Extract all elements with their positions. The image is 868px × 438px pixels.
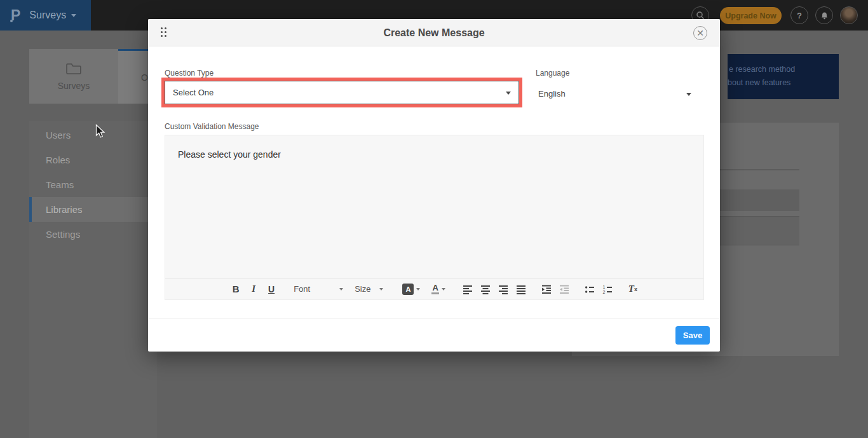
chevron-down-icon [506,92,511,95]
text-color-icon: A [431,284,438,294]
tutorial-highlight-box: Select One [161,78,522,107]
svg-text:2: 2 [602,290,605,294]
product-name: Surveys [29,10,66,21]
align-center-button[interactable] [477,281,494,298]
chevron-down-icon [686,93,691,96]
whats-new-panel: e research method bout new features [728,54,839,99]
align-right-icon [498,284,508,294]
font-family-dropdown[interactable]: Font [288,281,348,298]
indent-decrease-icon [559,284,569,294]
tab-surveys[interactable]: Surveys [29,49,118,104]
chevron-down-icon [379,288,383,291]
indent-increase-icon [541,284,552,294]
question-type-label: Question Type [165,69,214,78]
settings-sidebar: Users Roles Teams Libraries Settings [29,121,157,438]
bold-button[interactable]: B [227,281,244,298]
search-icon [696,11,705,20]
editor-toolbar: B I U Font Size A A 12 [165,278,703,299]
custom-validation-message-label: Custom Validation Message [165,122,259,131]
message-text-area[interactable]: Please select your gender [165,135,703,278]
close-button[interactable]: ✕ [693,26,707,40]
underline-button[interactable]: U [263,281,280,298]
close-icon: ✕ [696,28,704,38]
italic-button[interactable]: I [245,281,262,298]
svg-text:1: 1 [602,285,605,289]
text-color-button[interactable]: A [426,281,450,298]
language-label: Language [536,69,569,78]
message-text: Please select your gender [178,149,281,160]
notifications-button[interactable] [815,6,833,24]
indent-decrease-button[interactable] [556,281,573,298]
language-select[interactable]: English [537,82,699,106]
folder-icon [65,62,82,75]
sidebar-item-settings[interactable]: Settings [29,222,157,247]
sidebar-item-libraries[interactable]: Libraries [29,197,157,222]
justify-button[interactable] [513,281,529,298]
dialog-title: Create New Message [148,19,720,46]
chevron-down-icon [416,288,420,291]
tab-label: Surveys [58,81,90,91]
question-type-value: Select One [173,88,214,97]
promo-text: bout new features [728,78,790,87]
numbered-list-button[interactable]: 12 [599,281,616,298]
numbered-list-icon: 12 [602,284,613,294]
brand-logo-icon: P [11,8,20,23]
font-size-dropdown[interactable]: Size [349,281,388,298]
chevron-down-icon [442,288,445,291]
promo-text: e research method [729,65,795,74]
sidebar-item-users[interactable]: Users [29,123,157,147]
user-avatar[interactable] [840,6,858,24]
question-type-select[interactable]: Select One [165,81,519,104]
create-new-message-dialog: Create New Message ✕ Question Type Selec… [148,19,720,352]
background-color-button[interactable]: A [397,281,425,298]
justify-icon [516,284,526,294]
align-center-icon [480,284,491,294]
align-left-button[interactable] [459,281,476,298]
upgrade-now-button[interactable]: Upgrade Now [720,7,782,24]
screen: P Surveys Upgrade Now ? Surveys Or e res… [0,0,868,438]
dialog-footer: Save [148,318,720,352]
question-mark-icon: ? [797,11,802,20]
mouse-cursor [95,124,105,139]
bell-icon [820,11,829,20]
sidebar-item-teams[interactable]: Teams [29,172,157,197]
background-color-icon: A [402,284,414,295]
language-value: English [538,89,566,99]
bullet-list-button[interactable] [581,281,598,298]
rich-text-editor: Please select your gender B I U Font Siz… [165,135,704,300]
align-left-icon [463,284,473,294]
help-button[interactable]: ? [790,6,808,24]
save-button[interactable]: Save [675,326,710,345]
indent-increase-button[interactable] [538,281,555,298]
product-switcher[interactable]: P Surveys [0,0,91,31]
bullet-list-icon [585,284,595,294]
chevron-down-icon [71,14,76,17]
chevron-down-icon [339,288,343,291]
remove-format-button[interactable]: Tx [625,281,641,298]
align-right-button[interactable] [495,281,512,298]
dialog-header: Create New Message ✕ [148,19,720,46]
sidebar-item-roles[interactable]: Roles [29,147,157,172]
